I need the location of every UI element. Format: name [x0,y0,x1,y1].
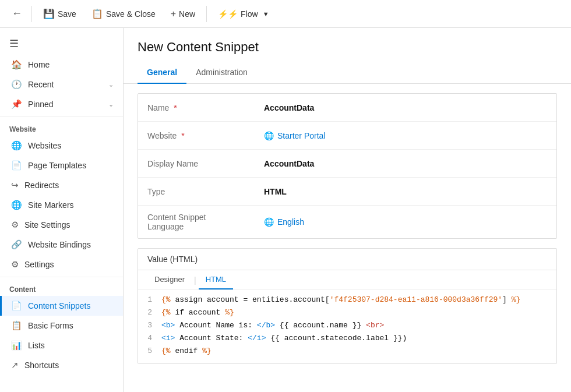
sidebar-item-site-settings[interactable]: ⚙ Site Settings [0,215,123,235]
sidebar-item-home[interactable]: 🏠 Home [0,55,123,75]
lists-icon: 📊 [11,340,22,351]
shortcuts-icon: ↗ [11,360,19,370]
sidebar-item-websites[interactable]: 🌐 Websites [0,136,123,156]
new-button[interactable]: + New [164,5,202,23]
code-line-2: 2 {% if account %} [138,308,556,320]
value-header: Value (HTML) [138,249,556,270]
website-required: * [179,131,184,140]
code-line-content-2: {% if account %} [161,308,556,320]
website-bindings-icon: 🔗 [11,239,22,250]
website-label: Website * [147,131,264,140]
website-value[interactable]: 🌐Starter Portal [264,131,547,140]
content-snippets-icon: 📄 [11,301,22,311]
code-line-3: 3 <b> Account Name is: </b> {{ account.n… [138,320,556,333]
flow-dropdown-icon: ▼ [263,10,269,17]
value-tab-designer[interactable]: Designer [147,270,192,289]
name-label: Name * [147,103,264,112]
back-button[interactable]: ← [7,5,27,23]
form-row-name: Name * AccountData [138,94,556,122]
flow-button[interactable]: ⚡⚡ Flow ▼ [212,6,275,22]
website-section-label: Website [0,119,123,136]
redirects-icon: ↪ [11,180,19,190]
form-row-display-name: Display Name AccountData [138,150,556,178]
language-flag-icon: 🌐 [264,217,274,227]
page-header: New Content Snippet [124,28,571,55]
recent-icon: 🕐 [11,79,22,90]
save-button[interactable]: 💾 Save [37,5,83,23]
settings-icon: ⚙ [11,259,19,270]
value-section: Value (HTML) Designer | HTML 1 {% assign… [138,248,557,364]
code-line-1: 1 {% assign account = entities.account['… [138,295,556,308]
code-line-num-3: 3 [138,321,161,333]
websites-icon: 🌐 [11,140,22,151]
display-name-label: Display Name [147,159,264,168]
page-title: New Content Snippet [138,40,557,55]
sidebar-item-recent[interactable]: 🕐 Recent ⌄ [0,75,123,94]
code-line-num-2: 2 [138,308,161,320]
language-value[interactable]: 🌐English [264,217,547,227]
tab-administration[interactable]: Administration [186,62,257,84]
value-tabs: Designer | HTML [138,270,556,290]
pinned-arrow: ⌄ [108,101,114,108]
sidebar-item-lists[interactable]: 📊 Lists [0,336,123,355]
flow-icon: ⚡⚡ [218,9,238,19]
site-markers-icon: 🌐 [11,200,22,210]
website-globe-icon: 🌐 [264,131,274,140]
type-value: HTML [264,187,547,196]
sidebar-item-site-markers[interactable]: 🌐 Site Markers [0,195,123,215]
content-section-label: Content [0,280,123,296]
sidebar-item-page-templates[interactable]: 📄 Page Templates [0,156,123,175]
site-settings-icon: ⚙ [11,220,19,230]
name-value: AccountData [264,103,547,112]
toolbar-divider-1 [31,6,32,22]
basic-forms-icon: 📋 [11,320,22,331]
content-area: New Content Snippet General Administrati… [124,28,571,392]
main-layout: ☰ 🏠 Home 🕐 Recent ⌄ 📌 Pinned ⌄ Website 🌐 [0,28,571,392]
toolbar-divider-2 [206,6,207,22]
name-required: * [171,103,177,112]
sidebar-item-basic-forms[interactable]: 📋 Basic Forms [0,316,123,336]
sidebar-divider-2 [0,277,123,277]
form-row-type: Type HTML [138,178,556,206]
value-tab-html[interactable]: HTML [199,270,233,289]
display-name-value: AccountData [264,159,547,168]
sidebar-item-pinned[interactable]: 📌 Pinned ⌄ [0,94,123,114]
page-templates-icon: 📄 [11,160,22,171]
pinned-icon: 📌 [11,99,22,110]
language-label: Content SnippetLanguage [147,213,264,231]
hamburger-button[interactable]: ☰ [0,33,123,55]
type-label: Type [147,187,264,196]
save-close-button[interactable]: 📋 Save & Close [85,5,162,23]
sidebar-item-content-snippets[interactable]: 📄 Content Snippets [0,296,123,316]
sidebar-divider-1 [0,116,123,117]
form-section: Name * AccountData Website * 🌐Starter Po… [138,93,557,239]
sidebar: ☰ 🏠 Home 🕐 Recent ⌄ 📌 Pinned ⌄ Website 🌐 [0,28,124,392]
code-line-content-4: <i> Account State: </i> {{ account.state… [161,334,556,345]
sidebar-item-shortcuts[interactable]: ↗ Shortcuts [0,355,123,375]
sidebar-item-website-bindings[interactable]: 🔗 Website Bindings [0,235,123,255]
home-icon: 🏠 [11,59,22,70]
code-line-content-5: {% endif %} [161,347,556,358]
form-row-website: Website * 🌐Starter Portal [138,122,556,150]
toolbar: ← 💾 Save 📋 Save & Close + New ⚡⚡ Flow ▼ [0,0,571,28]
value-tab-divider: | [192,276,199,285]
save-close-icon: 📋 [91,8,103,19]
code-line-num-4: 4 [138,334,161,345]
code-line-4: 4 <i> Account State: </i> {{ account.sta… [138,333,556,346]
recent-arrow: ⌄ [108,81,114,89]
code-area: 1 {% assign account = entities.account['… [138,290,556,363]
new-icon: + [171,9,176,19]
code-line-content-1: {% assign account = entities.account['f4… [161,295,556,307]
sidebar-item-settings[interactable]: ⚙ Settings [0,255,123,274]
code-line-num-1: 1 [138,295,161,307]
save-icon: 💾 [43,8,55,19]
tab-general[interactable]: General [138,62,186,84]
sidebar-item-redirects[interactable]: ↪ Redirects [0,175,123,195]
code-line-num-5: 5 [138,347,161,358]
code-line-5: 5 {% endif %} [138,346,556,359]
form-row-language: Content SnippetLanguage 🌐English [138,206,556,238]
code-line-content-3: <b> Account Name is: </b> {{ account.nam… [161,321,556,333]
tabs-bar: General Administration [124,62,571,84]
